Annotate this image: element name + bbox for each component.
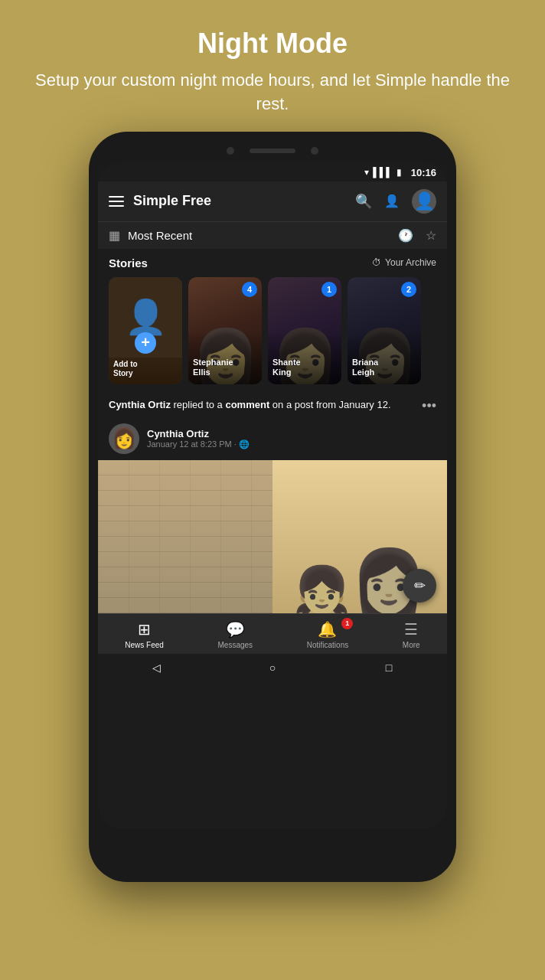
nav-messages[interactable]: 💬 Messages [218, 620, 253, 649]
story-name-3: BrianaLeigh [352, 358, 416, 377]
story-add-button[interactable]: + [135, 332, 156, 354]
filter-bar: ▦ Most Recent 🕐 ☆ [98, 221, 447, 249]
archive-icon: ⏱ [372, 257, 381, 268]
phone-shell: ▾ ▌▌▌ ▮ 10:16 Simple Free 🔍 👤 👤 ▦ Mos [89, 132, 456, 882]
add-to-story-card[interactable]: 👤 + Add toStory [109, 277, 182, 384]
hamburger-menu-button[interactable] [109, 196, 124, 207]
story-count-1: 4 [242, 282, 257, 297]
post-meta: January 12 at 8:23 PM · 🌐 [147, 439, 250, 449]
post-text: Cynthia Ortiz replied to a comment on a … [109, 398, 414, 412]
story-count-3: 2 [401, 282, 416, 297]
header-icons: 🔍 👤 👤 [355, 189, 436, 214]
more-icon: ☰ [404, 620, 418, 639]
news-feed-icon: ⊞ [138, 620, 151, 639]
camera-dot [227, 147, 234, 155]
fab-button[interactable]: ✏ [403, 569, 436, 603]
camera-dot-right [311, 147, 318, 155]
search-button[interactable]: 🔍 [355, 193, 372, 210]
post-image: 👧 👩 ✏ [98, 460, 447, 613]
app-title: Simple Free [133, 193, 346, 209]
page-header: Night Mode Setup your custom night mode … [0, 0, 545, 132]
stories-title: Stories [109, 256, 148, 270]
filter-actions: 🕐 ☆ [398, 228, 436, 243]
post-image-left [98, 460, 272, 613]
add-friend-button[interactable]: 👤 [384, 194, 400, 208]
nav-news-feed[interactable]: ⊞ News Feed [125, 620, 164, 649]
status-icons: ▾ ▌▌▌ ▮ [364, 167, 402, 178]
archive-label: Your Archive [385, 257, 436, 268]
stories-header: Stories ⏱ Your Archive [109, 256, 436, 270]
post-header: Cynthia Ortiz replied to a comment on a … [98, 389, 447, 420]
add-to-story-label: Add toStory [113, 360, 178, 378]
story-name-2: ShanteKing [272, 358, 337, 377]
battery-icon: ▮ [397, 167, 402, 178]
stories-row: 👤 + Add toStory 👩 4 StephanieEllis [109, 277, 436, 384]
feed-section: Cynthia Ortiz replied to a comment on a … [98, 389, 447, 828]
author-name: Cynthia Ortiz [147, 428, 250, 439]
archive-link[interactable]: ⏱ Your Archive [372, 257, 436, 268]
back-button[interactable]: ◁ [145, 660, 168, 675]
story-card-3[interactable]: 👩 2 BrianaLeigh [348, 277, 421, 384]
home-button[interactable]: ○ [261, 660, 284, 675]
page-title: Night Mode [31, 28, 514, 60]
nav-notifications[interactable]: 🔔 1 Notifications [307, 620, 348, 649]
wifi-icon: ▾ [364, 167, 369, 178]
post-more-button[interactable]: ••• [414, 398, 436, 414]
status-time: 10:16 [411, 167, 436, 178]
story-count-2: 1 [321, 282, 337, 297]
clock-filter-button[interactable]: 🕐 [398, 228, 413, 243]
bottom-nav: ⊞ News Feed 💬 Messages 🔔 1 Notifications… [98, 613, 447, 654]
story-name-1: StephanieEllis [193, 358, 257, 377]
news-feed-label: News Feed [125, 641, 164, 649]
messages-label: Messages [218, 641, 253, 649]
messages-icon: 💬 [226, 620, 245, 639]
notification-badge: 1 [341, 618, 353, 629]
author-info: Cynthia Ortiz January 12 at 8:23 PM · 🌐 [147, 428, 250, 449]
star-filter-button[interactable]: ☆ [426, 228, 436, 243]
nav-more[interactable]: ☰ More [403, 620, 420, 649]
author-avatar: 👩 [109, 423, 139, 454]
stories-section: Stories ⏱ Your Archive 👤 + Add toStory [98, 249, 447, 389]
status-bar: ▾ ▌▌▌ ▮ 10:16 [98, 162, 447, 181]
story-card-2[interactable]: 👩 1 ShanteKing [268, 277, 341, 384]
notifications-icon: 🔔 [318, 620, 337, 639]
filter-type-icon: ▦ [109, 228, 120, 243]
notifications-label: Notifications [307, 641, 348, 649]
recents-button[interactable]: □ [377, 660, 400, 675]
filter-label: Most Recent [128, 229, 390, 242]
story-card-1[interactable]: 👩 4 StephanieEllis [188, 277, 262, 384]
phone-screen: ▾ ▌▌▌ ▮ 10:16 Simple Free 🔍 👤 👤 ▦ Mos [98, 162, 447, 828]
app-header: Simple Free 🔍 👤 👤 [98, 181, 447, 221]
more-label: More [403, 641, 420, 649]
profile-avatar[interactable]: 👤 [412, 189, 436, 214]
system-nav: ◁ ○ □ [98, 654, 447, 681]
page-subtitle: Setup your custom night mode hours, and … [31, 69, 514, 116]
signal-icon: ▌▌▌ [373, 167, 393, 178]
post-author-row: 👩 Cynthia Ortiz January 12 at 8:23 PM · … [98, 420, 447, 460]
speaker [250, 149, 295, 153]
